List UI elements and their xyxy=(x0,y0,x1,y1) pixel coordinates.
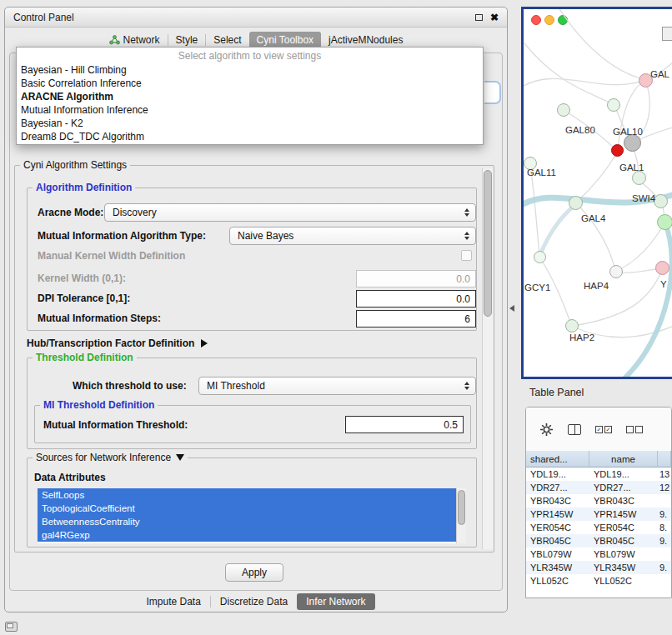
mi-algorithm-type-select[interactable]: Naive Bayes xyxy=(229,227,476,245)
table-row[interactable]: YBR045CYBR045C9. xyxy=(526,534,671,548)
window-title: Control Panel xyxy=(5,12,475,23)
network-node[interactable] xyxy=(632,171,646,185)
list-item[interactable]: SelfLoops xyxy=(38,488,456,502)
column-header-cut[interactable] xyxy=(658,451,671,467)
network-node[interactable] xyxy=(557,103,570,117)
list-item[interactable]: TopologicalCoefficient xyxy=(38,502,456,515)
algorithm-definition-title: Algorithm Definition xyxy=(33,182,135,193)
dpi-tolerance-value: 0.0 xyxy=(456,293,470,305)
cell: YLR345W xyxy=(589,561,658,574)
network-node-gray[interactable] xyxy=(624,134,641,152)
deselect-all-columns-button[interactable] xyxy=(626,426,643,433)
tab-infer-network[interactable]: Infer Network xyxy=(297,593,374,610)
table-row[interactable]: YLL052CYLL052C xyxy=(526,574,671,588)
tab-impute-data[interactable]: Impute Data xyxy=(137,593,209,610)
kernel-width-field[interactable]: 0.0 xyxy=(356,270,476,288)
table-header-row: shared... name xyxy=(526,451,671,468)
algorithm-combo-fragment[interactable] xyxy=(484,81,501,104)
table-row[interactable]: YBL079WYBL079W xyxy=(526,548,671,561)
table-panel-title: Table Panel xyxy=(529,387,584,398)
apply-button[interactable]: Apply xyxy=(225,563,283,582)
gear-icon xyxy=(539,422,554,437)
dropdown-item-aracne[interactable]: ARACNE Algorithm xyxy=(17,90,483,103)
tab-network[interactable]: Network xyxy=(102,32,168,48)
control-panel-titlebar: Control Panel ✖ xyxy=(5,8,507,28)
attributes-list-scrollbar-thumb[interactable] xyxy=(458,490,465,525)
list-item[interactable]: BetweennessCentrality xyxy=(38,515,456,528)
table-row[interactable]: YER054CYER054C8. xyxy=(526,521,671,534)
screen: Control Panel ✖ Network Style Select Cyn… xyxy=(0,0,672,635)
float-window-icon[interactable] xyxy=(475,14,483,21)
list-item[interactable]: gal4RGexp xyxy=(38,528,456,542)
tab-style[interactable]: Style xyxy=(168,32,206,48)
table-row[interactable]: YDR27...YDR27...12 xyxy=(526,481,671,494)
network-node-pink[interactable] xyxy=(655,261,669,275)
which-threshold-select[interactable]: MI Threshold xyxy=(198,377,476,395)
table-options-gear-button[interactable] xyxy=(539,422,554,437)
dropdown-item-mutual-information[interactable]: Mutual Information Inference xyxy=(17,103,483,117)
cell: YLL052C xyxy=(526,574,589,588)
kernel-width-label: Kernel Width (0,1): xyxy=(38,272,126,284)
network-node[interactable] xyxy=(609,265,623,278)
cell xyxy=(658,574,671,588)
cell: YBR043C xyxy=(589,494,658,508)
dropdown-item-bayesian-k2[interactable]: Bayesian - K2 xyxy=(17,117,483,130)
panel-splitter-arrow[interactable] xyxy=(509,305,514,312)
dpi-tolerance-field[interactable]: 0.0 xyxy=(356,290,476,308)
network-icon xyxy=(109,35,120,45)
dropdown-placeholder: Select algorithm to view settings xyxy=(17,49,483,63)
data-attributes-list: SelfLoops TopologicalCoefficient Between… xyxy=(38,488,466,543)
aracne-mode-select[interactable]: Discovery xyxy=(104,203,476,222)
close-window-icon[interactable]: ✖ xyxy=(490,12,499,22)
table-toolbar: ✓✓ xyxy=(526,408,671,451)
network-node[interactable] xyxy=(565,319,579,332)
mi-threshold-value: 0.5 xyxy=(444,419,458,431)
network-node[interactable] xyxy=(607,98,620,112)
dpi-tolerance-label: DPI Tolerance [0,1]: xyxy=(38,292,130,304)
attributes-list-scrollbar[interactable] xyxy=(456,488,466,543)
select-all-columns-button[interactable]: ✓✓ xyxy=(595,426,612,433)
network-node[interactable] xyxy=(569,196,583,210)
threshold-definition-title: Threshold Definition xyxy=(33,352,137,363)
mi-threshold-field[interactable]: 0.5 xyxy=(345,416,464,433)
window-buttons: ✖ xyxy=(475,12,507,22)
algorithm-dropdown-popup: Select algorithm to view settings Bayesi… xyxy=(16,47,484,145)
node-label: GAL xyxy=(650,69,669,79)
mi-algorithm-type-label: Mutual Information Algorithm Type: xyxy=(38,230,206,242)
node-label: GCY1 xyxy=(524,282,550,292)
settings-scrollbar[interactable] xyxy=(482,168,493,549)
cell: YER054C xyxy=(526,521,589,534)
network-node-red[interactable] xyxy=(611,144,624,157)
node-label: GAL80 xyxy=(565,125,595,135)
dropdown-item-basic-correlation[interactable]: Basic Correlation Inference xyxy=(17,77,483,90)
table-row[interactable]: YLR345WYLR345W9. xyxy=(526,561,671,574)
cell: 13 xyxy=(658,468,671,481)
manual-kernel-width-checkbox[interactable] xyxy=(461,250,472,261)
show-columns-button[interactable] xyxy=(568,424,581,435)
tab-select[interactable]: Select xyxy=(206,32,248,48)
mi-steps-label: Mutual Information Steps: xyxy=(38,312,161,324)
dropdown-item-dream8[interactable]: Dream8 DC_TDC Algorithm xyxy=(17,130,483,143)
table-row[interactable]: YDL19...YDL19...13 xyxy=(526,468,671,481)
table-row[interactable]: YBR043CYBR043C xyxy=(526,494,671,508)
hub-definition-toggle[interactable]: Hub/Transcription Factor Definition xyxy=(27,338,208,349)
cell: YLL052C xyxy=(589,574,658,588)
node-label: HAP4 xyxy=(584,281,609,291)
settings-scrollbar-thumb[interactable] xyxy=(484,170,492,317)
expand-arrow-icon xyxy=(201,339,208,348)
checked-box-icon: ✓ xyxy=(595,426,603,433)
column-header-shared-name[interactable]: shared... xyxy=(526,451,589,467)
column-header-name[interactable]: name xyxy=(589,451,658,467)
sources-group-title[interactable]: Sources for Network Inference xyxy=(33,452,188,463)
mi-steps-field[interactable]: 6 xyxy=(356,310,476,328)
network-node-green[interactable] xyxy=(657,214,672,230)
dropdown-item-bayesian-hill-climbing[interactable]: Bayesian - Hill Climbing xyxy=(17,63,483,77)
network-node[interactable] xyxy=(534,251,546,263)
table-row[interactable]: YPR145WYPR145W9. xyxy=(526,508,671,521)
tab-discretize-data[interactable]: Discretize Data xyxy=(211,593,297,610)
bottom-left-panel-icon[interactable] xyxy=(5,622,18,632)
network-node[interactable] xyxy=(654,194,668,208)
tab-jactivemnodules[interactable]: jActiveMNodules xyxy=(321,32,410,48)
tab-cyni-toolbox[interactable]: Cyni Toolbox xyxy=(249,32,321,48)
cell: YPR145W xyxy=(589,508,658,521)
